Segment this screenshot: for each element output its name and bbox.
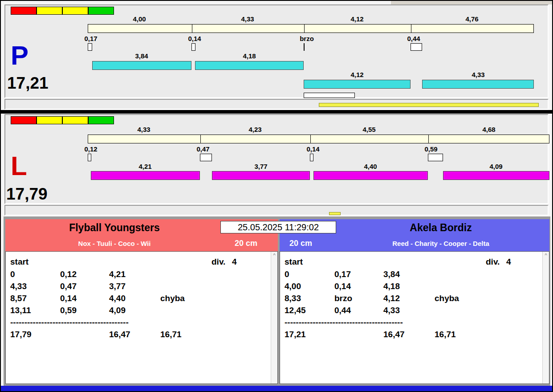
result-table-right: startdiv.4 00,173,84 4,000,144,18 8,33br… — [280, 251, 549, 384]
result-cell: 4,33 — [383, 306, 435, 315]
change-time-label: brzo — [293, 35, 320, 42]
status-light-yellow1-icon — [37, 7, 62, 15]
dog-time-bar — [212, 171, 310, 180]
bottom-blue-bar — [1, 386, 552, 391]
split-tick — [304, 24, 305, 33]
result-row: 17,2116,4716,71 — [280, 330, 549, 339]
change-time-box — [191, 43, 195, 51]
split-tick — [428, 135, 429, 143]
result-cell: 0,17 — [334, 270, 383, 279]
status-light-yellow2-icon — [62, 7, 88, 15]
dog-time-bar — [304, 80, 411, 89]
result-cell: 0,47 — [60, 282, 109, 291]
flyball-timing-window: 4,00 4,33 4,12 4,76 0,17 0,14 brzo 0,44 … — [0, 0, 553, 392]
result-row: 00,173,84 — [280, 270, 549, 279]
scrollbar[interactable]: ^ — [271, 252, 277, 384]
dog-time-bar — [195, 61, 304, 70]
result-cell: 16,47 — [109, 330, 160, 339]
dog-time-bar — [422, 80, 534, 89]
dashes-separator: ----------------------------------------… — [10, 318, 129, 327]
lane-letter: P — [11, 43, 28, 69]
result-cell: 4,00 — [285, 282, 334, 291]
change-time-box — [310, 154, 313, 161]
status-lights — [5, 7, 121, 15]
result-cell: 4 — [506, 257, 511, 267]
lane-p-progress-strip — [4, 99, 549, 110]
dog-time-bar — [91, 171, 200, 180]
split-time-label: 4,23 — [242, 126, 268, 133]
teams-section: Flyball Youngsters Nox - Tuuli - Coco - … — [4, 216, 550, 386]
dog-time-label: 4,18 — [236, 52, 263, 60]
result-cell: div. — [211, 257, 232, 267]
scrollbar[interactable]: ^ — [542, 252, 549, 384]
dog-time-label: 4,40 — [357, 163, 384, 170]
result-row: 8,33brzo4,12chyba — [280, 294, 549, 303]
scroll-up-icon[interactable]: ^ — [271, 252, 277, 258]
result-cell: chyba — [435, 294, 486, 303]
result-cell: brzo — [334, 294, 383, 303]
dog-time-label: 3,77 — [248, 163, 274, 170]
split-bar — [88, 135, 549, 143]
result-cell: 0 — [285, 270, 334, 279]
lane-p-panel: 4,00 4,33 4,12 4,76 0,17 0,14 brzo 0,44 … — [4, 4, 549, 98]
result-cell: div. — [486, 257, 506, 267]
lane-divider — [1, 110, 552, 114]
team-name: Akela Bordiz — [332, 222, 550, 234]
result-row: 4,330,473,77 — [6, 282, 277, 291]
datetime-display: 25.05.2025 11:29:02 — [220, 221, 336, 233]
dog-time-label: 4,21 — [132, 163, 159, 170]
result-row: 4,000,144,18 — [280, 282, 549, 291]
result-cell: 3,77 — [109, 282, 160, 291]
result-row: startdiv.4 — [280, 257, 549, 267]
result-table-left: startdiv.4 00,124,21 4,330,473,77 8,570,… — [5, 251, 278, 384]
result-cell: 8,57 — [10, 294, 60, 303]
result-row: 8,570,144,40chyba — [6, 294, 277, 303]
result-cell: 13,11 — [10, 306, 60, 315]
result-cell: 4,21 — [109, 270, 160, 279]
result-row: ----------------------------------------… — [280, 318, 549, 327]
lane-letter: L — [11, 153, 27, 179]
lane-total-time: 17,79 — [6, 186, 48, 202]
result-cell: 4,12 — [383, 294, 435, 303]
result-row: ----------------------------------------… — [6, 318, 277, 327]
status-light-red-icon — [11, 7, 37, 15]
result-cell: 16,47 — [383, 330, 435, 339]
result-cell: 0,14 — [334, 282, 383, 291]
result-cell: 8,33 — [285, 294, 334, 303]
jump-height: 20 cm — [235, 239, 257, 248]
result-cell: 4,40 — [109, 294, 160, 303]
progress-bar — [329, 212, 341, 215]
change-time-label: 0,17 — [77, 35, 104, 42]
team-name: Flyball Youngsters — [5, 222, 224, 234]
split-time-label: 4,68 — [476, 126, 502, 133]
result-cell: 0,12 — [60, 270, 109, 279]
dog-time-label: 3,84 — [128, 52, 155, 60]
change-time-box — [428, 154, 443, 161]
dog-time-bar — [443, 171, 549, 180]
change-time-box — [88, 43, 92, 51]
result-cell: 0 — [10, 270, 60, 279]
result-cell: start — [285, 257, 486, 267]
split-tick — [310, 135, 311, 143]
result-row: 13,110,594,09 — [6, 306, 277, 315]
result-cell: 4,18 — [383, 282, 435, 291]
jump-height: 20 cm — [289, 239, 312, 248]
split-time-label: 4,55 — [356, 126, 382, 133]
split-bar — [88, 24, 534, 33]
split-tick — [200, 135, 201, 143]
result-cell: 4,33 — [10, 282, 60, 291]
scroll-up-icon[interactable]: ^ — [543, 252, 549, 258]
lane-total-time: 17,21 — [7, 75, 49, 91]
status-light-green-icon — [88, 116, 114, 124]
split-time-label: 4,76 — [459, 15, 485, 23]
result-row: startdiv.4 — [6, 257, 277, 267]
change-time-box — [411, 43, 422, 51]
split-tick — [192, 24, 192, 33]
change-time-label: 0,47 — [190, 145, 216, 153]
result-cell: 0,14 — [60, 294, 109, 303]
pending-time-box — [304, 93, 355, 98]
progress-bar — [319, 103, 539, 107]
dashes-separator: ----------------------------------------… — [285, 318, 403, 327]
status-lights — [5, 116, 121, 124]
result-cell: 4,09 — [109, 306, 160, 315]
